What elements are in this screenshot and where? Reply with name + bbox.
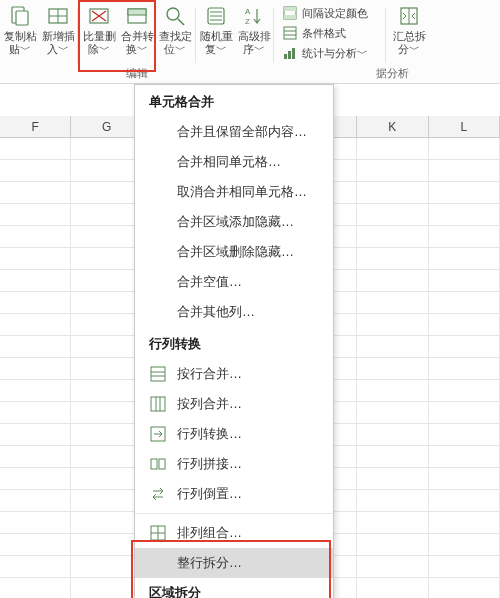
random-icon [204, 4, 228, 28]
ribbon-group-analysis: 汇总拆 分﹀ 据分析 [386, 2, 432, 83]
cond-format-label: 条件格式 [302, 26, 346, 41]
menu-item-label: 行列倒置… [177, 485, 242, 503]
merge-convert-button[interactable]: 合并转 换﹀ [118, 2, 156, 66]
menu-section-title: 单元格合并 [135, 85, 333, 117]
sort-icon: AZ [242, 4, 266, 28]
join-icon [149, 455, 167, 473]
interval-color-button[interactable]: 间隔设定颜色 [282, 4, 368, 22]
svg-rect-36 [151, 459, 157, 469]
svg-text:A: A [245, 7, 251, 16]
menu-item-merge-blank[interactable]: • 合并空值… [135, 267, 333, 297]
ribbon-group-sort: 随机重 复﹀ AZ 高级排 序﹀ [196, 2, 274, 83]
insert-button[interactable]: 新增插 入﹀ [39, 2, 77, 66]
menu-item-label: 行列拼接… [177, 455, 242, 473]
svg-rect-32 [151, 397, 165, 411]
convert-icon [149, 425, 167, 443]
menu-section-title-partial: 区域拆分 [135, 578, 333, 598]
merge-convert-icon [125, 4, 149, 28]
grid-icon [149, 365, 167, 383]
menu-item-label: 整行拆分… [177, 554, 242, 572]
svg-rect-29 [151, 367, 165, 381]
random-repeat-button[interactable]: 随机重 复﹀ [197, 2, 235, 66]
insert-icon [46, 4, 70, 28]
conditional-format-button[interactable]: 条件格式 [282, 24, 368, 42]
random-repeat-label: 随机重 复﹀ [200, 30, 233, 56]
menu-item-label: 合并且保留全部内容… [177, 123, 307, 141]
analysis-group-label-partial: 据分析 [352, 66, 432, 81]
svg-rect-21 [284, 27, 296, 39]
menu-item-label: 合并区域添加隐藏… [177, 213, 294, 231]
menu-item-merge-other-col[interactable]: • 合并其他列… [135, 297, 333, 327]
copy-paste-label: 复制粘 贴﹀ [4, 30, 37, 56]
pivot-split-icon [397, 4, 421, 28]
svg-rect-24 [284, 54, 287, 59]
batch-delete-button[interactable]: 比量删 除﹀ [80, 2, 118, 66]
pivot-split-button[interactable]: 汇总拆 分﹀ [390, 2, 428, 66]
col-head[interactable]: F [0, 116, 71, 137]
menu-item-merge-same[interactable]: • 合并相同单元格… [135, 147, 333, 177]
col-head[interactable]: G [71, 116, 142, 137]
ribbon-group-edit: 比量删 除﹀ 合并转 换﹀ 查找定 位﹀ 编辑 [78, 2, 196, 83]
find-locate-button[interactable]: 查找定 位﹀ [156, 2, 194, 66]
menu-item-label: 行列转换… [177, 425, 242, 443]
menu-item-label: 取消合并相同单元格… [177, 183, 307, 201]
ribbon-toolbar: 复制粘 贴﹀ 新增插 入﹀ 比量删 除﹀ 合并转 换﹀ [0, 0, 500, 84]
find-icon [163, 4, 187, 28]
stats-label: 统计与分析﹀ [302, 46, 368, 61]
insert-label: 新增插 入﹀ [42, 30, 75, 56]
advanced-sort-button[interactable]: AZ 高级排 序﹀ [235, 2, 273, 66]
interval-color-icon [282, 5, 298, 21]
ribbon-group-clipboard: 复制粘 贴﹀ 新增插 入﹀ [0, 2, 78, 83]
svg-rect-1 [16, 11, 28, 25]
advanced-sort-label: 高级排 序﹀ [238, 30, 271, 56]
menu-item-by-row-merge[interactable]: 按行合并… [135, 359, 333, 389]
batch-delete-icon [87, 4, 111, 28]
svg-rect-37 [159, 459, 165, 469]
menu-item-label: 排列组合… [177, 524, 242, 542]
interval-color-label: 间隔设定颜色 [302, 6, 368, 21]
svg-rect-20 [284, 15, 296, 19]
svg-line-11 [178, 19, 184, 25]
svg-rect-19 [284, 7, 296, 11]
svg-rect-25 [288, 51, 291, 59]
menu-separator [135, 513, 333, 514]
menu-item-row-col-reverse[interactable]: 行列倒置… [135, 479, 333, 509]
menu-item-by-col-merge[interactable]: 按列合并… [135, 389, 333, 419]
combo-icon [149, 524, 167, 542]
col-head[interactable]: L [429, 116, 500, 137]
svg-point-10 [167, 8, 179, 20]
menu-item-label: 合并其他列… [177, 303, 255, 321]
menu-item-label: 合并空值… [177, 273, 242, 291]
menu-item-merge-keep-all[interactable]: • 合并且保留全部内容… [135, 117, 333, 147]
menu-item-label: 合并相同单元格… [177, 153, 281, 171]
edit-group-label: 编辑 [78, 66, 196, 81]
find-locate-label: 查找定 位﹀ [159, 30, 192, 56]
col-head[interactable]: K [357, 116, 428, 137]
menu-section-title: 行列转换 [135, 327, 333, 359]
menu-item-unmerge-same[interactable]: • 取消合并相同单元格… [135, 177, 333, 207]
menu-item-label: 合并区域删除隐藏… [177, 243, 294, 261]
copy-paste-button[interactable]: 复制粘 贴﹀ [1, 2, 39, 66]
batch-delete-label: 比量删 除﹀ [83, 30, 116, 56]
grid-icon [149, 395, 167, 413]
stats-analysis-button[interactable]: 统计与分析﹀ [282, 44, 368, 62]
menu-item-label: 按列合并… [177, 395, 242, 413]
menu-item-row-split[interactable]: • 整行拆分… [135, 548, 333, 578]
reverse-icon [149, 485, 167, 503]
svg-rect-26 [292, 48, 295, 59]
menu-item-merge-area-add-hide[interactable]: • 合并区域添加隐藏… [135, 207, 333, 237]
menu-item-label: 按行合并… [177, 365, 242, 383]
pivot-split-label: 汇总拆 分﹀ [393, 30, 426, 56]
svg-text:Z: Z [245, 17, 250, 26]
stats-icon [282, 45, 298, 61]
clipboard-icon [8, 4, 32, 28]
menu-item-row-col-convert[interactable]: 行列转换… [135, 419, 333, 449]
merge-convert-label: 合并转 换﹀ [121, 30, 154, 56]
cond-format-icon [282, 25, 298, 41]
menu-item-row-col-join[interactable]: 行列拼接… [135, 449, 333, 479]
merge-convert-dropdown: 单元格合并 • 合并且保留全部内容… • 合并相同单元格… • 取消合并相同单元… [134, 84, 334, 598]
svg-rect-9 [128, 9, 146, 15]
menu-item-arrange-combo[interactable]: 排列组合… [135, 518, 333, 548]
menu-item-merge-area-del-hide[interactable]: • 合并区域删除隐藏… [135, 237, 333, 267]
